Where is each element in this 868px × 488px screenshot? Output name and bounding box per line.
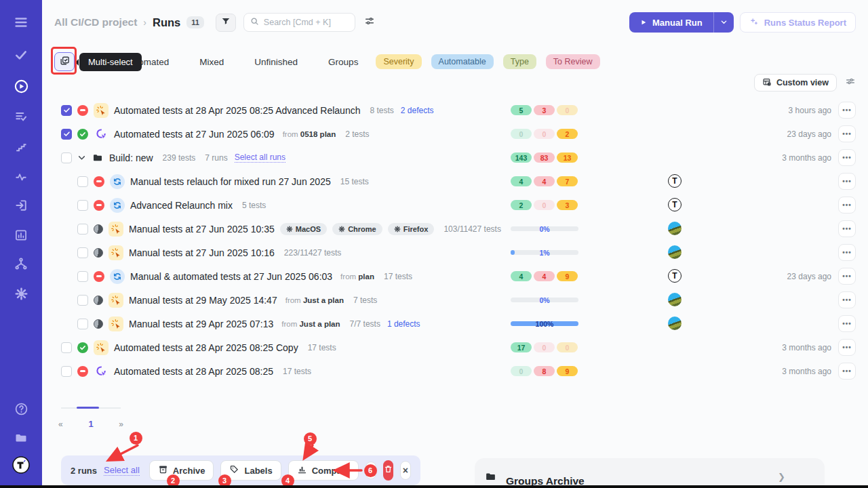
groups-archive-panel[interactable]: Groups Archive ❯ bbox=[475, 458, 825, 488]
pagination-next[interactable]: » bbox=[119, 420, 123, 429]
run-title[interactable]: Manual tests at 27 Jun 2025 10:35 bbox=[129, 224, 275, 235]
run-defects-link[interactable]: 1 defects bbox=[387, 319, 420, 329]
run-row[interactable]: Automated tests at 28 Apr 2025 08:2517 t… bbox=[42, 359, 868, 383]
tab-groups[interactable]: Groups bbox=[328, 57, 358, 67]
folder-icon bbox=[92, 152, 104, 163]
run-row[interactable]: Manual tests at 29 May 2025 14:47from Ju… bbox=[42, 288, 868, 312]
sidebar-item-help-icon[interactable] bbox=[0, 399, 42, 419]
row-checkbox[interactable] bbox=[77, 176, 88, 187]
run-row[interactable]: Manual tests relauch for mixed run 27 Ju… bbox=[42, 169, 868, 193]
row-actions-button[interactable]: ••• bbox=[838, 291, 856, 308]
row-checkbox[interactable] bbox=[77, 271, 88, 282]
run-title[interactable]: Manual tests relauch for mixed run 27 Ju… bbox=[130, 176, 331, 187]
filter-chip-automatable[interactable]: Automatable bbox=[431, 54, 494, 69]
row-actions-button[interactable]: ••• bbox=[838, 363, 856, 380]
manual-run-button[interactable]: Manual Run bbox=[629, 12, 713, 33]
row-actions-button[interactable]: ••• bbox=[838, 197, 856, 214]
pagination-page-1[interactable]: 1 bbox=[88, 419, 93, 429]
run-row[interactable]: Build: new239 tests7 runsSelect all runs… bbox=[42, 146, 868, 169]
sidebar-item-list-check-icon[interactable] bbox=[0, 106, 42, 127]
filter-button[interactable] bbox=[216, 14, 236, 32]
row-checkbox[interactable] bbox=[77, 200, 88, 211]
tab-mixed[interactable]: Mixed bbox=[199, 57, 224, 67]
run-row[interactable]: Automated tests at 28 Apr 2025 08:25 Adv… bbox=[42, 98, 868, 122]
run-row[interactable]: Automated tests at 28 Apr 2025 08:25 Cop… bbox=[42, 336, 868, 359]
sidebar-item-bar-chart-icon[interactable] bbox=[0, 225, 42, 245]
run-title[interactable]: Automated tests at 27 Jun 2025 06:09 bbox=[114, 129, 275, 140]
run-row[interactable]: Manual tests at 29 Apr 2025 07:13from Ju… bbox=[42, 312, 868, 336]
run-title[interactable]: Automated tests at 28 Apr 2025 08:25 Adv… bbox=[114, 105, 360, 116]
sidebar-item-activity-icon[interactable] bbox=[0, 167, 42, 187]
row-actions-button[interactable]: ••• bbox=[838, 220, 856, 237]
runs-status-report-button[interactable]: Runs Status Report bbox=[740, 12, 856, 33]
run-title[interactable]: Advanced Relaunch mix bbox=[130, 200, 233, 211]
sidebar-item-folders-icon[interactable] bbox=[0, 428, 42, 448]
manual-run-dropdown[interactable] bbox=[714, 12, 734, 33]
run-title[interactable]: Automated tests at 28 Apr 2025 08:25 Cop… bbox=[114, 342, 298, 353]
search-box[interactable] bbox=[243, 13, 355, 32]
sidebar-item-gear-icon[interactable] bbox=[0, 283, 42, 304]
row-actions-button[interactable]: ••• bbox=[838, 244, 856, 261]
run-row[interactable]: Manual tests at 27 Jun 2025 10:16223/114… bbox=[42, 241, 868, 264]
row-actions-button[interactable]: ••• bbox=[838, 125, 856, 142]
run-row[interactable]: Advanced Relaunch mix5 tests203T••• bbox=[42, 193, 868, 217]
sidebar-item-menu-icon[interactable] bbox=[0, 12, 42, 33]
close-selection-button[interactable]: × bbox=[400, 461, 411, 480]
pagination-prev[interactable]: « bbox=[58, 420, 63, 429]
sidebar-item-branch-icon[interactable] bbox=[0, 253, 42, 274]
run-row[interactable]: Manual tests at 27 Jun 2025 10:35MacOSCh… bbox=[42, 217, 868, 241]
run-title[interactable]: Manual & automated tests at 27 Jun 2025 … bbox=[130, 271, 332, 282]
run-title[interactable]: Build: new bbox=[109, 152, 153, 163]
compare-chart-icon bbox=[297, 464, 307, 476]
columns-settings-icon[interactable] bbox=[845, 76, 856, 89]
search-input[interactable] bbox=[264, 18, 345, 27]
run-row[interactable]: Manual & automated tests at 27 Jun 2025 … bbox=[42, 264, 868, 288]
breadcrumb-separator: › bbox=[143, 17, 146, 28]
delete-button[interactable] bbox=[383, 460, 393, 481]
archive-button[interactable]: Archive bbox=[149, 460, 214, 481]
row-checkbox[interactable] bbox=[61, 342, 72, 353]
filter-chip-type[interactable]: Type bbox=[503, 54, 536, 69]
run-updated-time: 23 days ago bbox=[787, 122, 831, 146]
run-title[interactable]: Manual tests at 27 Jun 2025 10:16 bbox=[129, 247, 275, 258]
search-settings-icon[interactable] bbox=[364, 16, 375, 29]
chevron-down-icon[interactable] bbox=[77, 153, 86, 162]
sidebar-item-check-icon[interactable] bbox=[0, 45, 42, 65]
row-checkbox[interactable] bbox=[61, 152, 72, 163]
run-title[interactable]: Automated tests at 28 Apr 2025 08:25 bbox=[114, 366, 273, 377]
pill-red: 8 bbox=[534, 366, 555, 376]
select-all-runs-link[interactable]: Select all runs bbox=[235, 152, 285, 163]
row-checkbox[interactable] bbox=[77, 319, 88, 329]
filter-chip-to-review[interactable]: To Review bbox=[546, 54, 600, 69]
tab-unfinished[interactable]: Unfinished bbox=[254, 57, 298, 67]
run-row[interactable]: Automated tests at 27 Jun 2025 06:09from… bbox=[42, 122, 868, 146]
row-checkbox[interactable] bbox=[61, 129, 72, 140]
select-all-link[interactable]: Select all bbox=[104, 465, 140, 476]
status-passed-icon bbox=[77, 342, 88, 353]
sidebar-item-play-circle-icon[interactable] bbox=[0, 76, 42, 96]
sidebar-item-steps-icon[interactable] bbox=[0, 137, 42, 157]
row-checkbox[interactable] bbox=[61, 105, 72, 116]
run-defects-link[interactable]: 2 defects bbox=[401, 106, 434, 115]
run-updated-time: 3 hours ago bbox=[789, 98, 831, 122]
row-checkbox[interactable] bbox=[77, 224, 88, 235]
row-checkbox[interactable] bbox=[77, 295, 88, 306]
row-actions-button[interactable]: ••• bbox=[838, 173, 856, 190]
custom-view-button[interactable]: Custom view bbox=[754, 74, 837, 92]
pill-yellow: 9 bbox=[557, 366, 578, 376]
run-title[interactable]: Manual tests at 29 Apr 2025 07:13 bbox=[129, 319, 273, 329]
sidebar-item-sign-in-icon[interactable] bbox=[0, 195, 42, 216]
row-checkbox[interactable] bbox=[77, 247, 88, 258]
run-title[interactable]: Manual tests at 29 May 2025 14:47 bbox=[129, 295, 277, 306]
row-actions-button[interactable]: ••• bbox=[838, 102, 856, 119]
row-actions-button[interactable]: ••• bbox=[838, 268, 856, 285]
row-actions-button[interactable]: ••• bbox=[838, 315, 856, 332]
assignee-avatar bbox=[668, 222, 682, 235]
row-actions-button[interactable]: ••• bbox=[838, 339, 856, 356]
row-checkbox[interactable] bbox=[61, 366, 72, 377]
row-actions-button[interactable]: ••• bbox=[838, 149, 856, 166]
breadcrumb-project[interactable]: All CI/CD project bbox=[54, 16, 137, 28]
filter-chip-severity[interactable]: Severity bbox=[376, 54, 421, 69]
compare-button[interactable]: Compare bbox=[288, 460, 359, 481]
sidebar-item-t-logo-avatar[interactable] bbox=[0, 455, 42, 475]
